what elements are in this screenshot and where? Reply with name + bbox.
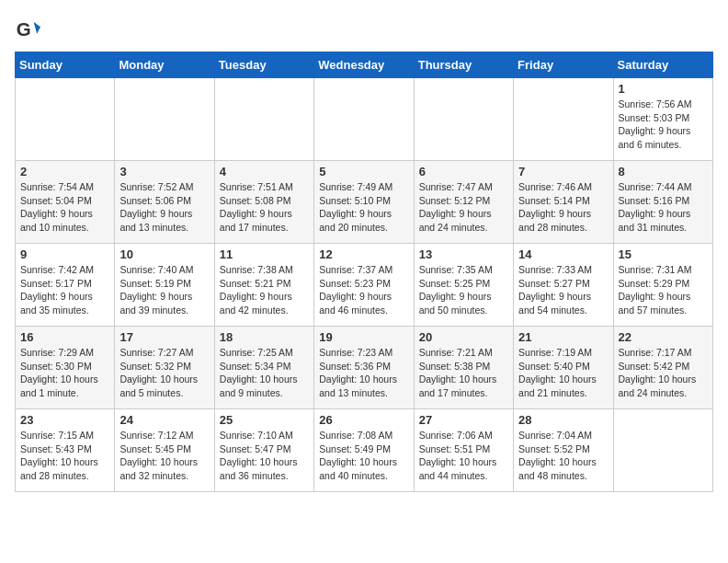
day-number: 14 [518,247,608,261]
day-number: 8 [619,165,708,178]
day-info: Sunrise: 7:47 AM Sunset: 5:12 PM Dayligh… [419,180,508,235]
calendar-cell: 11Sunrise: 7:38 AM Sunset: 5:21 PM Dayli… [214,244,313,327]
day-number: 2 [20,165,109,178]
day-number: 23 [20,413,109,427]
calendar-table: SundayMondayTuesdayWednesdayThursdayFrid… [15,52,713,492]
day-number: 24 [119,413,209,427]
day-info: Sunrise: 7:15 AM Sunset: 5:43 PM Dayligh… [20,429,109,483]
day-info: Sunrise: 7:40 AM Sunset: 5:19 PM Dayligh… [119,263,209,317]
calendar-cell: 8Sunrise: 7:44 AM Sunset: 5:16 PM Daylig… [613,161,712,244]
header-saturday: Saturday [613,52,712,78]
day-number: 22 [619,330,708,344]
day-number: 6 [419,165,508,178]
calendar-cell [214,78,313,161]
day-info: Sunrise: 7:21 AM Sunset: 5:38 PM Dayligh… [419,346,508,400]
day-info: Sunrise: 7:56 AM Sunset: 5:03 PM Dayligh… [619,98,708,152]
day-number: 27 [419,413,508,427]
day-number: 7 [518,165,608,178]
day-info: Sunrise: 7:25 AM Sunset: 5:34 PM Dayligh… [220,346,309,400]
svg-marker-1 [34,22,40,34]
calendar-week-row: 1Sunrise: 7:56 AM Sunset: 5:03 PM Daylig… [16,78,713,161]
day-info: Sunrise: 7:29 AM Sunset: 5:30 PM Dayligh… [20,346,109,400]
day-number: 18 [220,330,309,344]
day-number: 15 [619,247,708,261]
day-info: Sunrise: 7:27 AM Sunset: 5:32 PM Dayligh… [119,346,209,400]
day-info: Sunrise: 7:23 AM Sunset: 5:36 PM Dayligh… [319,346,408,400]
day-number: 19 [319,330,408,344]
calendar-cell: 2Sunrise: 7:54 AM Sunset: 5:04 PM Daylig… [16,161,115,244]
day-number: 11 [220,247,309,261]
day-number: 26 [319,413,408,427]
day-info: Sunrise: 7:52 AM Sunset: 5:06 PM Dayligh… [119,180,209,235]
day-info: Sunrise: 7:54 AM Sunset: 5:04 PM Dayligh… [20,180,109,235]
calendar-cell: 27Sunrise: 7:06 AM Sunset: 5:51 PM Dayli… [414,409,513,492]
calendar-cell: 7Sunrise: 7:46 AM Sunset: 5:14 PM Daylig… [514,161,613,244]
calendar-cell: 6Sunrise: 7:47 AM Sunset: 5:12 PM Daylig… [414,161,513,244]
day-info: Sunrise: 7:51 AM Sunset: 5:08 PM Dayligh… [220,180,309,235]
day-info: Sunrise: 7:49 AM Sunset: 5:10 PM Dayligh… [319,180,408,235]
day-info: Sunrise: 7:44 AM Sunset: 5:16 PM Dayligh… [619,180,708,235]
day-info: Sunrise: 7:12 AM Sunset: 5:45 PM Dayligh… [119,429,209,483]
calendar-cell: 4Sunrise: 7:51 AM Sunset: 5:08 PM Daylig… [214,161,313,244]
day-number: 5 [319,165,408,178]
day-number: 25 [220,413,309,427]
calendar-cell: 26Sunrise: 7:08 AM Sunset: 5:49 PM Dayli… [314,409,414,492]
day-number: 9 [20,247,109,261]
calendar-cell: 18Sunrise: 7:25 AM Sunset: 5:34 PM Dayli… [214,327,313,409]
calendar-cell: 14Sunrise: 7:33 AM Sunset: 5:27 PM Dayli… [514,244,613,327]
header-sunday: Sunday [16,52,115,78]
header-tuesday: Tuesday [214,52,313,78]
day-info: Sunrise: 7:46 AM Sunset: 5:14 PM Dayligh… [518,180,608,235]
calendar-cell [16,78,115,161]
calendar-cell: 15Sunrise: 7:31 AM Sunset: 5:29 PM Dayli… [613,244,712,327]
calendar-cell: 9Sunrise: 7:42 AM Sunset: 5:17 PM Daylig… [16,244,115,327]
header-wednesday: Wednesday [314,52,414,78]
header-monday: Monday [115,52,214,78]
calendar-cell: 13Sunrise: 7:35 AM Sunset: 5:25 PM Dayli… [414,244,513,327]
header-friday: Friday [514,52,613,78]
calendar-cell: 28Sunrise: 7:04 AM Sunset: 5:52 PM Dayli… [514,409,613,492]
day-info: Sunrise: 7:31 AM Sunset: 5:29 PM Dayligh… [619,263,708,317]
page-header: G [15,15,713,44]
day-info: Sunrise: 7:10 AM Sunset: 5:47 PM Dayligh… [220,429,309,483]
calendar-cell: 19Sunrise: 7:23 AM Sunset: 5:36 PM Dayli… [314,327,414,409]
day-info: Sunrise: 7:33 AM Sunset: 5:27 PM Dayligh… [518,263,608,317]
day-info: Sunrise: 7:17 AM Sunset: 5:42 PM Dayligh… [619,346,708,400]
calendar-cell: 3Sunrise: 7:52 AM Sunset: 5:06 PM Daylig… [115,161,214,244]
day-number: 4 [220,165,309,178]
calendar-week-row: 2Sunrise: 7:54 AM Sunset: 5:04 PM Daylig… [16,161,713,244]
calendar-cell: 17Sunrise: 7:27 AM Sunset: 5:32 PM Dayli… [115,327,214,409]
calendar-week-row: 23Sunrise: 7:15 AM Sunset: 5:43 PM Dayli… [16,409,713,492]
calendar-cell [613,409,712,492]
calendar-cell [314,78,414,161]
logo: G [15,18,44,44]
day-info: Sunrise: 7:38 AM Sunset: 5:21 PM Dayligh… [220,263,309,317]
calendar-cell: 23Sunrise: 7:15 AM Sunset: 5:43 PM Dayli… [16,409,115,492]
calendar-cell [414,78,513,161]
day-number: 28 [518,413,608,427]
calendar-cell [115,78,214,161]
calendar-cell: 16Sunrise: 7:29 AM Sunset: 5:30 PM Dayli… [16,327,115,409]
calendar-week-row: 9Sunrise: 7:42 AM Sunset: 5:17 PM Daylig… [16,244,713,327]
logo-icon: G [15,18,40,44]
calendar-cell [514,78,613,161]
calendar-week-row: 16Sunrise: 7:29 AM Sunset: 5:30 PM Dayli… [16,327,713,409]
svg-text:G: G [17,18,31,40]
day-number: 20 [419,330,508,344]
day-info: Sunrise: 7:35 AM Sunset: 5:25 PM Dayligh… [419,263,508,317]
calendar-header-row: SundayMondayTuesdayWednesdayThursdayFrid… [16,52,713,78]
day-info: Sunrise: 7:06 AM Sunset: 5:51 PM Dayligh… [419,429,508,483]
day-number: 1 [619,82,708,96]
calendar-cell: 21Sunrise: 7:19 AM Sunset: 5:40 PM Dayli… [514,327,613,409]
calendar-cell: 5Sunrise: 7:49 AM Sunset: 5:10 PM Daylig… [314,161,414,244]
day-info: Sunrise: 7:04 AM Sunset: 5:52 PM Dayligh… [518,429,608,483]
calendar-cell: 20Sunrise: 7:21 AM Sunset: 5:38 PM Dayli… [414,327,513,409]
header-thursday: Thursday [414,52,513,78]
calendar-cell: 1Sunrise: 7:56 AM Sunset: 5:03 PM Daylig… [613,78,712,161]
day-number: 12 [319,247,408,261]
day-number: 21 [518,330,608,344]
day-number: 17 [119,330,209,344]
calendar-cell: 25Sunrise: 7:10 AM Sunset: 5:47 PM Dayli… [214,409,313,492]
day-info: Sunrise: 7:19 AM Sunset: 5:40 PM Dayligh… [518,346,608,400]
calendar-cell: 10Sunrise: 7:40 AM Sunset: 5:19 PM Dayli… [115,244,214,327]
